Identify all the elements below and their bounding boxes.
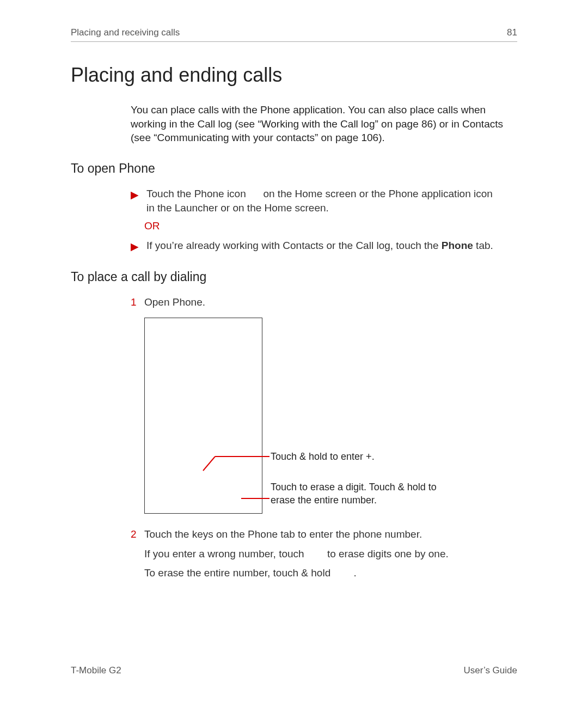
step-2: 2 Touch the keys on the Phone tab to ent…: [131, 527, 517, 580]
bullet-open-phone-2: ▶ If you’re already working with Contact…: [131, 239, 517, 254]
callout-lines-svg: [144, 318, 264, 514]
svg-line-0: [203, 457, 215, 471]
page-title: Placing and ending calls: [71, 64, 517, 87]
triangle-bullet-icon: ▶: [131, 188, 139, 202]
step-2-line-b: If you enter a wrong number, touch to er…: [144, 547, 517, 561]
or-separator: OR: [144, 219, 517, 233]
bullet-open-phone-1: ▶ Touch the Phone icon on the Home scree…: [131, 187, 517, 215]
bullet2-text-b: tab.: [473, 240, 493, 251]
bullet1-text-b: on the Home screen or the Phone applicat…: [263, 188, 495, 199]
phone-home-icon-placeholder: [249, 188, 260, 199]
triangle-bullet-icon: ▶: [131, 240, 139, 254]
bullet1-text-a: Touch the Phone icon: [146, 188, 249, 199]
footer-left: T-Mobile G2: [71, 665, 121, 676]
step-number-1: 1: [131, 295, 144, 309]
phone-tab-label: Phone: [442, 240, 473, 251]
step-2-line-a: Touch the keys on the Phone tab to enter…: [144, 527, 517, 541]
erase-icon-placeholder-2: [334, 567, 351, 579]
bullet2-text-a: If you’re already working with Contacts …: [146, 240, 442, 251]
subheading-dialing: To place a call by dialing: [71, 270, 517, 284]
phone-app-icon-placeholder: [495, 188, 507, 199]
subheading-open-phone: To open Phone: [71, 161, 517, 176]
bullet1-text-c: in the Launcher or on the Home screen.: [146, 202, 329, 214]
step-1-text: Open Phone.: [144, 295, 517, 309]
page-footer: T-Mobile G2 User’s Guide: [71, 665, 517, 676]
callout-erase-digit: Touch to erase a digit. Touch & hold to …: [271, 481, 450, 507]
step-2-line-c: To erase the entire number, touch & hold…: [144, 566, 517, 580]
step-number-2: 2: [131, 527, 144, 541]
intro-paragraph: You can place calls with the Phone appli…: [131, 103, 517, 145]
footer-right: User’s Guide: [463, 665, 517, 676]
header-page-number: 81: [507, 27, 517, 38]
phone-dialer-figure: Touch & hold to enter +. Touch to erase …: [144, 318, 517, 514]
erase-icon-placeholder: [307, 548, 324, 559]
callout-enter-plus: Touch & hold to enter +.: [271, 451, 450, 463]
header-section-name: Placing and receiving calls: [71, 27, 180, 38]
step-1: 1 Open Phone.: [131, 295, 517, 309]
page-header: Placing and receiving calls 81: [71, 27, 517, 42]
